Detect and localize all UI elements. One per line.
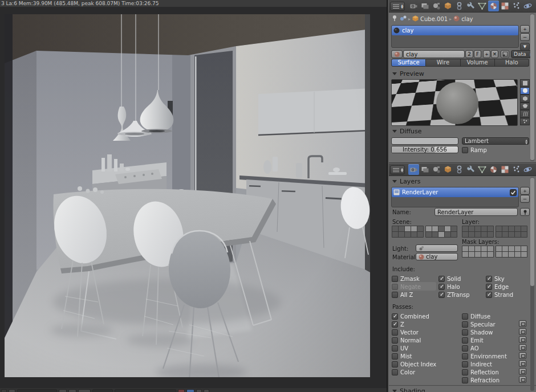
pass-emit[interactable]: Emit — [462, 337, 484, 344]
pass-exclude-button[interactable] — [519, 360, 526, 367]
remove-slot-button[interactable]: − — [520, 33, 530, 41]
material-browse-button[interactable] — [391, 50, 403, 58]
preview-flat-button[interactable] — [520, 79, 530, 87]
pass-exclude-button[interactable] — [519, 344, 526, 351]
preview-monkey-button[interactable] — [520, 103, 530, 111]
tab-physics[interactable] — [522, 164, 533, 175]
pass-refraction[interactable]: Refraction — [462, 377, 500, 383]
pass-vector[interactable]: Vector — [392, 329, 419, 336]
type-tab-wire[interactable]: Wire — [426, 59, 460, 67]
editor-type-button[interactable] — [1, 389, 7, 392]
fake-user-button[interactable]: F — [474, 50, 481, 58]
tab-particles[interactable] — [511, 164, 522, 175]
datablock-field-2[interactable] — [115, 389, 176, 392]
breadcrumb-object[interactable]: Cube.001 — [420, 16, 448, 22]
render-layer-row[interactable]: RenderLayer — [392, 187, 518, 197]
layer-enabled-checkbox[interactable] — [510, 189, 517, 196]
tab-render-layers[interactable] — [420, 164, 431, 175]
tab-object[interactable] — [442, 1, 453, 11]
small-button-3[interactable] — [78, 389, 91, 392]
type-tab-surface[interactable]: Surface — [391, 59, 426, 67]
include-strand[interactable]: Strand — [486, 291, 513, 298]
include-edge[interactable]: Edge — [486, 283, 509, 290]
tab-material[interactable] — [488, 164, 499, 175]
diffuse-intensity-slider[interactable]: Intensity: 0.656 — [391, 146, 458, 153]
layer-name-field[interactable]: RenderLayer — [435, 208, 518, 216]
menu-button[interactable] — [9, 389, 15, 392]
ramp-checkbox[interactable]: Ramp — [462, 146, 487, 153]
breadcrumb-material[interactable]: clay — [461, 16, 473, 22]
pass-indirect[interactable]: Indirect — [462, 361, 492, 368]
pass-mist[interactable]: Mist — [392, 353, 412, 360]
scene-layers-grid-b[interactable] — [425, 226, 457, 238]
pass-specular[interactable]: Specular — [462, 321, 496, 328]
light-override-field[interactable] — [416, 244, 458, 252]
type-tab-volume[interactable]: Volume — [461, 59, 495, 67]
tab-render[interactable] — [408, 1, 419, 11]
tab-data[interactable] — [477, 164, 488, 175]
pass-exclude-button[interactable] — [519, 320, 526, 327]
pass-exclude-button[interactable] — [519, 376, 526, 383]
tab-texture[interactable] — [500, 164, 510, 175]
pass-diffuse[interactable]: Diffuse — [462, 313, 490, 320]
add-slot-button[interactable]: ＋ — [520, 25, 530, 33]
type-tab-halo[interactable]: Halo — [495, 59, 529, 67]
diffuse-panel-header[interactable]: Diffuse — [389, 126, 536, 136]
preview-sphere-button[interactable] — [520, 87, 530, 95]
layer-grid-b[interactable] — [496, 226, 527, 238]
shading-panel-header[interactable]: Shading — [389, 386, 536, 392]
preview-panel-header[interactable]: Preview — [389, 69, 536, 79]
pass-exclude-button[interactable] — [519, 328, 526, 335]
tab-physics[interactable] — [522, 1, 533, 11]
include-negate[interactable]: Negate — [392, 283, 421, 290]
mask-layers-grid-b[interactable] — [496, 246, 527, 258]
preview-cube-button[interactable] — [520, 95, 530, 103]
slot-specials-button[interactable]: ▼ — [520, 43, 530, 51]
tab-scene[interactable] — [431, 164, 442, 175]
include-allz[interactable]: All Z — [392, 291, 413, 298]
pass-ao[interactable]: AO — [462, 345, 479, 352]
editor-type-selector[interactable]: ▲▼ — [390, 165, 405, 174]
pass-combined[interactable]: Combined — [392, 313, 429, 320]
tab-modifiers[interactable] — [465, 164, 476, 175]
pass-z[interactable]: Z — [392, 321, 404, 328]
tab-data[interactable] — [477, 1, 488, 11]
add-layer-button[interactable]: ＋ — [520, 187, 530, 195]
pass-color[interactable]: Color — [392, 369, 415, 375]
diffuse-shader-dropdown[interactable]: Lambert▲▼ — [462, 137, 529, 145]
tab-modifiers[interactable] — [465, 1, 476, 11]
layer-grid-a[interactable] — [462, 226, 494, 238]
include-sky[interactable]: Sky — [486, 275, 505, 282]
tab-render-layers[interactable] — [420, 1, 431, 11]
include-ztransp[interactable]: ZTransp — [438, 291, 470, 298]
pass-object-index[interactable]: Object Index — [392, 361, 436, 368]
datablock-field-1[interactable] — [92, 389, 113, 392]
scrollbar-renderlayers[interactable] — [530, 177, 534, 391]
pass-environment[interactable]: Environment — [462, 353, 507, 360]
small-button-2[interactable] — [68, 389, 76, 392]
tab-particles[interactable] — [511, 1, 522, 11]
remove-layer-button[interactable]: − — [520, 195, 530, 203]
diffuse-color-field[interactable] — [391, 137, 458, 145]
scene-layers-grid-a[interactable] — [392, 226, 424, 238]
nodes-button[interactable] — [501, 50, 509, 58]
browse-icon[interactable] — [400, 15, 407, 23]
tab-object[interactable] — [442, 164, 453, 175]
material-name-field[interactable]: clay — [403, 50, 465, 58]
image-menu-field[interactable] — [17, 389, 57, 392]
small-button-1[interactable] — [59, 389, 67, 392]
pass-shadow[interactable]: Shadow — [462, 329, 493, 336]
tab-scene[interactable] — [431, 1, 442, 11]
preview-particles-button[interactable] — [520, 118, 530, 126]
small-button-5[interactable] — [204, 389, 209, 392]
tab-render[interactable] — [408, 164, 419, 175]
unlink-button[interactable] — [178, 389, 185, 392]
tab-material[interactable] — [488, 1, 499, 11]
small-button-4[interactable] — [196, 389, 202, 392]
layers-panel-header[interactable]: Layers — [389, 177, 536, 186]
material-slot-row[interactable]: clay — [392, 26, 518, 35]
tab-texture[interactable] — [500, 1, 510, 11]
include-solid[interactable]: Solid — [438, 275, 461, 282]
single-layer-button[interactable] — [520, 208, 530, 216]
scrollbar-material[interactable] — [530, 14, 534, 161]
